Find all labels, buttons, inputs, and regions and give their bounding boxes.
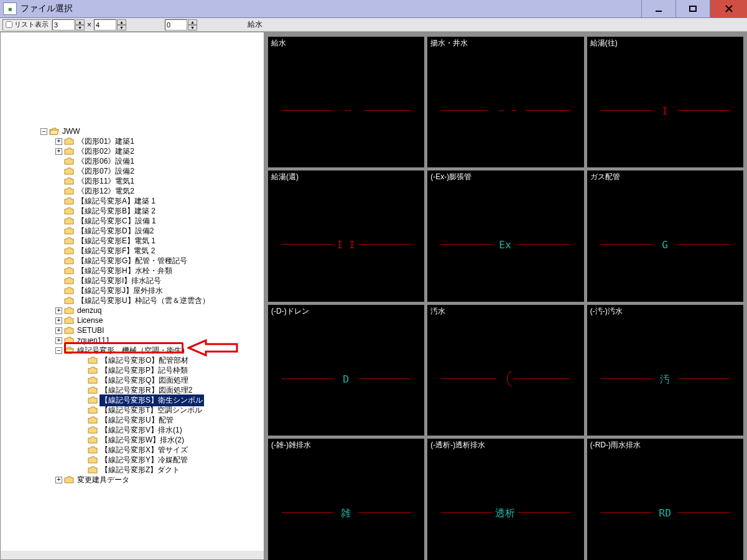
tree-pane: –JWW+《図形01》建築1+《図形02》建築2《図形06》設備1《図形07》設… — [0, 32, 264, 560]
thumbnail[interactable]: 汚水 — [427, 305, 583, 436]
folder-icon — [64, 246, 74, 255]
thumbnail-label: 汚水 — [428, 306, 583, 315]
thumbnail[interactable]: ガス配管G — [587, 170, 743, 301]
folder-icon — [64, 226, 74, 235]
folder-icon — [64, 336, 74, 345]
title-bar: ■ ファイル選択 — [0, 0, 747, 18]
thumbnail[interactable]: (-汚-)汚水汚 — [587, 305, 743, 436]
thumbnail[interactable]: 給水 — [268, 37, 424, 167]
offset-spinner[interactable]: ▲▼ — [188, 19, 197, 30]
thumbnail-canvas: Ex — [428, 181, 583, 308]
window-title: ファイル選択 — [21, 3, 73, 14]
list-view-label: リスト表示 — [14, 20, 49, 29]
thumbnail[interactable]: (-D-)ドレンD — [268, 305, 424, 436]
thumbnail[interactable]: (-雑-)雑排水雑 — [268, 439, 424, 560]
svg-text:G: G — [662, 239, 668, 251]
preview-title: 給水 — [248, 19, 262, 30]
thumbnail-label: (-RD-)雨水排水 — [588, 439, 743, 449]
thumbnail-label: 揚水・井水 — [428, 37, 583, 47]
columns-input[interactable] — [52, 19, 75, 30]
thumbnail[interactable]: 給湯(還)I I — [268, 170, 424, 301]
folder-icon — [64, 346, 74, 355]
thumbnail-label: 給湯(往) — [588, 37, 743, 47]
svg-text:D: D — [343, 373, 349, 385]
expander-icon[interactable]: + — [55, 317, 62, 324]
columns-spinner[interactable]: ▲▼ — [75, 19, 85, 30]
thumbnail-canvas — [428, 47, 583, 174]
expander-icon[interactable]: + — [55, 307, 62, 314]
svg-text:I: I — [662, 105, 668, 117]
thumbnail[interactable]: 給湯(往)I — [587, 37, 743, 167]
svg-text:RD: RD — [659, 507, 671, 519]
expander-icon[interactable]: + — [55, 138, 62, 145]
thumbnail-canvas: 雑 — [269, 449, 424, 560]
thumbnail-label: (-雑-)雑排水 — [269, 439, 424, 449]
folder-icon — [64, 187, 74, 195]
folder-icon — [64, 286, 74, 295]
close-button[interactable] — [710, 0, 747, 17]
rows-input[interactable] — [94, 19, 116, 30]
list-view-toggle[interactable]: リスト表示 — [2, 19, 52, 30]
maximize-button[interactable] — [675, 0, 710, 17]
folder-icon — [64, 276, 74, 285]
thumbnail-canvas: 透析 — [428, 449, 583, 560]
thumbnail-canvas: I — [588, 47, 743, 174]
thumbnail-label: 給水 — [269, 37, 424, 47]
folder-icon — [64, 475, 74, 484]
folder-icon — [64, 207, 74, 215]
times-label: × — [85, 21, 93, 29]
tree-item[interactable]: +変更建具データ — [1, 475, 264, 485]
svg-text:Ex: Ex — [499, 239, 512, 251]
thumbnail-canvas: D — [269, 315, 424, 442]
tree-item-label: SETUBI — [76, 325, 105, 335]
offset-input[interactable] — [165, 19, 187, 30]
tree-item[interactable]: +License — [1, 315, 264, 325]
folder-icon — [64, 326, 74, 335]
tree-item[interactable]: 【線記号変形U】枠記号（雲＆逆雲含） — [1, 296, 264, 306]
folder-icon — [49, 127, 59, 136]
app-icon: ■ — [3, 2, 17, 15]
expander-icon[interactable]: – — [55, 347, 62, 354]
folder-icon — [64, 236, 74, 245]
expander-icon[interactable]: + — [55, 148, 62, 155]
tree-item[interactable]: +denzuq — [1, 306, 264, 315]
expander-icon[interactable]: + — [55, 477, 62, 483]
folder-icon — [64, 256, 74, 265]
thumbnail-label: 給湯(還) — [269, 171, 424, 181]
folder-icon — [88, 376, 98, 385]
thumbnail-pane[interactable]: 給水揚水・井水給湯(往)I給湯(還)I I(-Ex-)膨張管Exガス配管G(-D… — [264, 32, 747, 560]
tree-bottom-strip[interactable] — [1, 551, 264, 559]
folder-icon — [64, 316, 74, 325]
thumbnail[interactable]: (-透析-)透析排水透析 — [427, 439, 583, 560]
tree-item-label: denzuq — [76, 306, 103, 315]
tree-item[interactable]: +SETUBI — [1, 325, 264, 335]
folder-icon — [64, 266, 74, 275]
folder-icon — [88, 406, 98, 414]
list-view-checkbox[interactable] — [6, 21, 12, 28]
tree-item[interactable]: 【線記号変形Z】ダクト — [1, 465, 264, 475]
thumbnail[interactable]: 揚水・井水 — [427, 37, 583, 167]
thumbnail[interactable]: (-RD-)雨水排水RD — [587, 439, 743, 560]
folder-icon — [88, 426, 98, 434]
tree-item-label: 変更建具データ — [76, 474, 131, 486]
rows-spinner[interactable]: ▲▼ — [117, 19, 126, 30]
tree-scroll[interactable]: –JWW+《図形01》建築1+《図形02》建築2《図形06》設備1《図形07》設… — [1, 32, 264, 551]
folder-icon — [88, 416, 98, 424]
folder-icon — [88, 396, 98, 404]
folder-icon — [64, 306, 74, 315]
thumbnail-canvas — [269, 47, 424, 174]
thumbnail-label: (-透析-)透析排水 — [428, 439, 583, 449]
svg-text:雑: 雑 — [341, 507, 351, 519]
folder-icon — [64, 137, 74, 146]
thumbnail-label: (-D-)ドレン — [269, 306, 424, 315]
expander-icon[interactable]: + — [55, 337, 62, 344]
tree-item-label: License — [76, 315, 104, 325]
expander-icon[interactable]: + — [55, 327, 62, 334]
folder-icon — [88, 455, 98, 464]
svg-text:I I: I I — [336, 239, 355, 251]
expander-icon[interactable]: – — [40, 128, 47, 135]
thumbnail[interactable]: (-Ex-)膨張管Ex — [427, 170, 583, 301]
folder-icon — [88, 356, 98, 365]
folder-icon — [64, 167, 74, 175]
minimize-button[interactable] — [641, 0, 675, 17]
